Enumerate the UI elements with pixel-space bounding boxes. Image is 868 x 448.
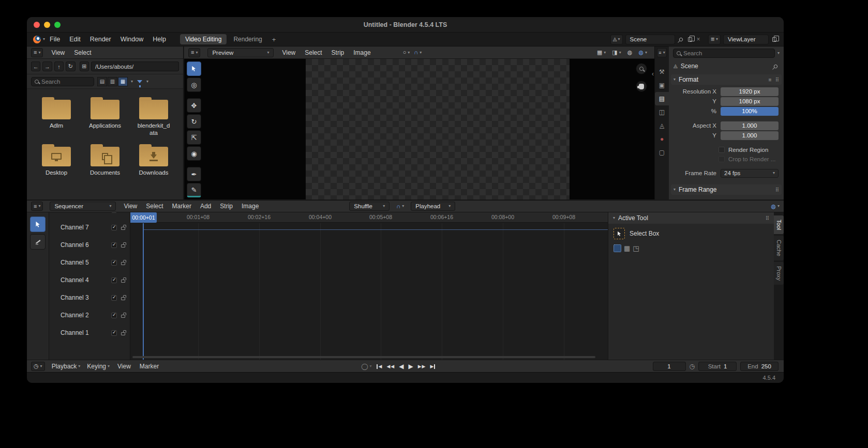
channel-lock-icon[interactable] bbox=[121, 244, 125, 248]
transform-tool-button[interactable]: ◉ bbox=[187, 146, 201, 161]
sequencer-editor-type-button[interactable]: ≡ ▾ bbox=[31, 202, 43, 211]
channel-row[interactable]: Channel 7 bbox=[49, 219, 130, 236]
forward-button[interactable]: → bbox=[42, 61, 52, 71]
menu-window[interactable]: Window bbox=[116, 36, 148, 43]
sequencer-display-mode-dropdown[interactable]: Sequencer ▾ bbox=[50, 202, 116, 211]
pin-icon[interactable] bbox=[678, 37, 683, 42]
scene-browse-button[interactable]: ◬ ▾ bbox=[610, 35, 623, 44]
display-size-chevron-icon[interactable]: ▾ bbox=[131, 80, 133, 84]
scale-tool-button[interactable]: ⇱ bbox=[187, 130, 201, 145]
filter-options-chevron-icon[interactable]: ▾ bbox=[146, 80, 148, 84]
render-view-button[interactable]: ◍ ▾ bbox=[638, 50, 647, 55]
channel-enable-checkbox[interactable] bbox=[111, 242, 117, 248]
tab-scene-properties[interactable]: ◬ bbox=[655, 119, 669, 132]
channel-row[interactable]: Channel 8 bbox=[49, 212, 130, 219]
resolution-percent-field[interactable]: 100% bbox=[721, 107, 779, 116]
render-region-checkbox[interactable] bbox=[719, 147, 725, 153]
sequencer-menu-add[interactable]: Add bbox=[199, 203, 212, 210]
resolution-x-field[interactable]: 1920 px bbox=[721, 87, 779, 96]
workspace-tab-rendering[interactable]: Rendering bbox=[228, 34, 267, 44]
proportional-editing-button[interactable]: ○ ▾ bbox=[403, 50, 410, 55]
tab-collection-properties[interactable]: ▢ bbox=[655, 146, 669, 159]
sequencer-overlays-button[interactable]: ◍ ▾ bbox=[771, 204, 780, 209]
cursor-tool-button[interactable]: ◎ bbox=[187, 78, 201, 92]
viewlayer-name-field[interactable]: ViewLayer bbox=[723, 35, 769, 44]
play-reverse-button[interactable]: ◀ bbox=[399, 363, 403, 370]
jump-to-end-button[interactable]: ▶ bbox=[430, 364, 436, 369]
timeline-horizontal-scrollbar[interactable] bbox=[132, 356, 595, 358]
format-section-header[interactable]: ▾ Format ≡ ⠿ bbox=[671, 74, 782, 85]
start-frame-field[interactable]: Start 1 bbox=[698, 362, 737, 371]
create-directory-button[interactable]: ⊞ bbox=[80, 61, 89, 71]
channel-lock-icon[interactable] bbox=[121, 262, 125, 265]
refresh-button[interactable]: ↻ bbox=[66, 61, 75, 71]
timeline-ruler[interactable]: 00:00+01 00:01+08 00:02+16 00:04+00 00:0… bbox=[130, 212, 608, 223]
unlink-scene-icon[interactable]: × bbox=[696, 36, 701, 43]
pin-icon[interactable] bbox=[773, 64, 779, 69]
close-window-button[interactable] bbox=[34, 22, 40, 28]
sequencer-menu-select[interactable]: Select bbox=[145, 203, 164, 210]
keying-clock-icon[interactable]: ◷ bbox=[690, 363, 695, 370]
channel-row[interactable]: Channel 5 bbox=[49, 254, 130, 271]
preset-icon[interactable]: ≡ bbox=[769, 77, 772, 83]
channel-row[interactable]: Channel 1 bbox=[49, 324, 130, 342]
snap-button[interactable]: ∩ ▾ bbox=[414, 50, 422, 55]
channel-row[interactable]: Channel 4 bbox=[49, 271, 130, 289]
tab-output-properties[interactable]: ▤ bbox=[655, 92, 669, 105]
duplicate-viewlayer-icon[interactable] bbox=[772, 37, 776, 42]
file-browser-menu-view[interactable]: View bbox=[50, 49, 66, 56]
display-thumbnail-button[interactable]: ▦ bbox=[118, 77, 128, 86]
overlays-toggle-button[interactable]: ◨ ▾ bbox=[612, 50, 621, 55]
rotate-tool-button[interactable]: ↻ bbox=[187, 114, 201, 129]
display-horizontal-list-button[interactable]: ▥ bbox=[108, 77, 117, 86]
tab-world-properties[interactable]: ● bbox=[655, 132, 669, 146]
menu-edit[interactable]: Edit bbox=[65, 36, 85, 43]
resolution-y-field[interactable]: 1080 px bbox=[721, 97, 779, 106]
aspect-x-field[interactable]: 1.000 bbox=[721, 121, 779, 130]
channel-lock-icon[interactable] bbox=[121, 227, 125, 230]
zoom-button[interactable] bbox=[636, 63, 647, 74]
aspect-y-field[interactable]: 1.000 bbox=[721, 131, 779, 140]
channel-lock-icon[interactable] bbox=[121, 332, 125, 335]
filter-icon[interactable] bbox=[137, 80, 142, 83]
channel-enable-checkbox[interactable] bbox=[111, 212, 117, 213]
blade-tool-button[interactable] bbox=[30, 234, 46, 250]
menu-dots-icon[interactable]: ⠿ bbox=[775, 187, 779, 193]
channel-enable-checkbox[interactable] bbox=[111, 313, 117, 318]
footer-menu-marker[interactable]: Marker bbox=[139, 363, 160, 370]
channel-row[interactable]: Channel 6 bbox=[49, 236, 130, 254]
tab-viewlayer-properties[interactable]: ◫ bbox=[655, 105, 669, 119]
timeline-content[interactable] bbox=[130, 223, 608, 360]
footer-menu-keying[interactable]: Keying ▾ bbox=[87, 363, 110, 370]
menu-help[interactable]: Help bbox=[148, 36, 171, 43]
timeline-editor-type-button[interactable]: ◷ ▾ bbox=[31, 362, 45, 371]
overlap-mode-dropdown[interactable]: Shuffle ▾ bbox=[349, 202, 390, 211]
sequencer-menu-image[interactable]: Image bbox=[241, 203, 260, 210]
jump-to-start-button[interactable]: ◀ bbox=[377, 364, 382, 369]
preview-menu-select[interactable]: Select bbox=[304, 49, 323, 56]
preview-menu-image[interactable]: Image bbox=[352, 49, 371, 56]
workspace-tab-video-editing[interactable]: Video Editing bbox=[180, 34, 227, 44]
current-frame-indicator[interactable]: 00:00+01 bbox=[130, 212, 157, 223]
channel-row[interactable]: Channel 3 bbox=[49, 289, 130, 306]
preview-menu-view[interactable]: View bbox=[281, 49, 296, 56]
move-tool-button[interactable]: ✥ bbox=[187, 98, 201, 113]
frame-range-section-header[interactable]: ▾ Frame Range ⠿ bbox=[671, 184, 782, 195]
gizmo-toggle-button[interactable]: ▦ ▾ bbox=[597, 50, 606, 55]
region-collapse-icon[interactable]: ‹ bbox=[652, 70, 654, 78]
file-browser-editor-type-button[interactable]: ≡ ▾ bbox=[31, 48, 43, 57]
channel-lock-icon[interactable] bbox=[121, 315, 125, 318]
parent-directory-button[interactable]: ↑ bbox=[54, 61, 64, 71]
select-mode-subtract-icon[interactable]: ◳ bbox=[633, 245, 639, 252]
sidebar-tab-tool[interactable]: Tool bbox=[774, 215, 784, 234]
sequencer-timeline[interactable]: 00:00+01 00:01+08 00:02+16 00:04+00 00:0… bbox=[130, 212, 608, 360]
channel-lock-icon[interactable] bbox=[121, 297, 125, 300]
tab-render-properties[interactable]: ▣ bbox=[655, 79, 669, 92]
channel-row[interactable]: Channel 2 bbox=[49, 306, 130, 324]
file-item-blenderkit-data[interactable]: blenderkit_data bbox=[130, 96, 177, 137]
auto-keying-button[interactable]: ◯ ▾ bbox=[361, 363, 371, 370]
crop-to-render-checkbox[interactable] bbox=[719, 156, 725, 162]
preview-editor-type-button[interactable]: ≡ ▾ bbox=[188, 48, 200, 57]
channel-enable-checkbox[interactable] bbox=[111, 295, 117, 301]
footer-menu-view[interactable]: View bbox=[116, 363, 132, 370]
